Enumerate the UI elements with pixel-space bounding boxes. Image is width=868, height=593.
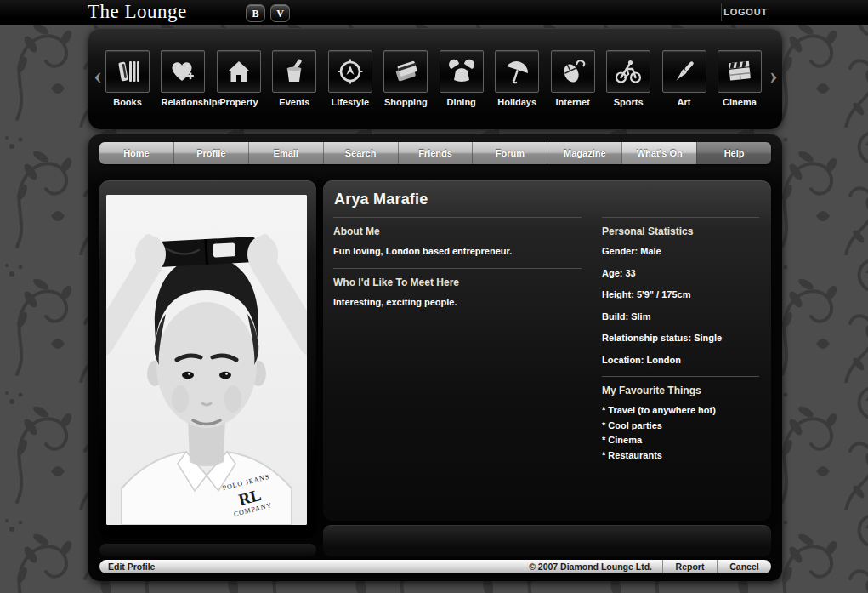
credit-cards-icon [383,50,428,93]
tab-home[interactable]: Home [99,142,173,164]
heart-plus-icon [161,50,205,93]
category-label: Books [105,97,150,107]
footer-bar: Edit Profile © 2007 Diamond Lounge Ltd. … [99,560,771,573]
tab-magazine[interactable]: Magazine [547,142,621,164]
tab-search[interactable]: Search [323,142,398,164]
category-events[interactable]: Events [272,50,316,107]
champagne-bucket-icon [272,50,316,93]
stat-height: Height: 5'9" / 175cm [602,289,759,299]
stat-location: Location: London [602,355,759,365]
nav-bar: Home Profile Email Search Friends Forum … [99,142,771,164]
category-relationships[interactable]: Relationships [161,50,205,107]
meet-text: Interesting, exciting people. [333,297,582,307]
category-label: Art [662,97,706,107]
books-icon [105,50,150,93]
tab-profile[interactable]: Profile [173,142,248,164]
lower-panel-left [99,544,316,556]
category-carousel: ‹ › Books [88,28,782,129]
stat-relationship: Relationship status: Single [602,333,759,343]
category-label: Property [217,97,261,107]
site-logo: The Lounge [88,1,187,23]
profile-photo-panel: POLO JEANS RL COMPANY [99,180,316,538]
category-label: Events [272,97,316,107]
badge-b-button[interactable]: B [246,4,265,22]
stat-gender: Gender: Male [602,246,759,256]
profile-right-column: Personal Statistics Gender: Male Age: 33… [602,217,759,465]
category-books[interactable]: Books [105,50,150,107]
lower-panel-right [323,525,771,556]
favourite-item: * Cinema [602,435,759,445]
favourite-item: * Restaurants [602,450,759,460]
divider [333,217,582,218]
tab-help[interactable]: Help [696,142,771,164]
cancel-button[interactable]: Cancel [717,560,771,573]
meet-heading: Who I'd Like To Meet Here [333,277,582,288]
mouse-icon [551,50,595,93]
report-button[interactable]: Report [662,560,717,573]
profile-name: Arya Marafie [333,191,761,208]
category-cinema[interactable]: Cinema [718,50,762,107]
carousel-left-arrow-icon[interactable]: ‹ [91,59,105,93]
category-shopping[interactable]: Shopping [383,50,428,107]
crab-icon [440,50,484,93]
category-label: Cinema [718,97,762,107]
category-lifestyle[interactable]: Lifestyle [328,50,372,107]
category-internet[interactable]: Internet [551,50,595,107]
category-dining[interactable]: Dining [440,50,484,107]
logout-button[interactable]: LOGOUT [723,7,768,17]
tab-whats-on[interactable]: What's On [621,142,696,164]
stat-age: Age: 33 [602,268,759,278]
stats-heading: Personal Statistics [602,225,759,237]
category-label: Relationships [161,97,205,107]
profile-left-column: About Me Fun loving, London based entrep… [333,217,582,465]
category-property[interactable]: Property [217,50,261,107]
copyright-text: © 2007 Diamond Lounge Ltd. [529,562,662,572]
category-label: Lifestyle [328,97,372,107]
about-me-heading: About Me [333,225,582,237]
page: The Lounge B V LOGOUT ‹ › Books [0,0,868,593]
edit-profile-button[interactable]: Edit Profile [99,562,155,572]
category-label: Dining [440,97,484,107]
carousel-items: Books Relationships Pr [105,50,762,107]
category-label: Internet [551,97,595,107]
divider [333,268,582,269]
profile-photo: POLO JEANS RL COMPANY [106,195,307,525]
carousel-right-arrow-icon[interactable]: › [767,59,780,93]
category-art[interactable]: Art [662,50,706,107]
about-me-text: Fun loving, London based entrepreneur. [333,246,582,256]
category-sports[interactable]: Sports [606,50,650,107]
tab-friends[interactable]: Friends [398,142,473,164]
house-icon [217,50,261,93]
clapperboard-icon [718,50,762,93]
category-label: Holidays [495,97,539,107]
favourite-item: * Cool parties [602,420,759,430]
tab-forum[interactable]: Forum [472,142,547,164]
category-holidays[interactable]: Holidays [495,50,539,107]
stat-build: Build: Slim [602,311,759,322]
main-content-panel: Home Profile Email Search Friends Forum … [88,134,782,581]
paintbrush-icon [662,50,706,93]
divider [602,217,759,218]
logout-divider [721,3,722,21]
category-label: Sports [606,97,650,107]
favourites-heading: My Favourite Things [602,385,759,396]
favourite-item: * Travel (to anywhere hot) [602,405,759,415]
umbrella-icon [495,50,539,93]
badge-v-button[interactable]: V [270,4,290,22]
divider [602,376,759,377]
cyclist-icon [606,50,650,93]
profile-info-panel: Arya Marafie About Me Fun loving, London… [323,180,771,521]
tab-email[interactable]: Email [248,142,323,164]
top-bar: The Lounge B V LOGOUT [0,0,868,25]
category-label: Shopping [383,97,428,107]
compass-icon [328,50,372,93]
